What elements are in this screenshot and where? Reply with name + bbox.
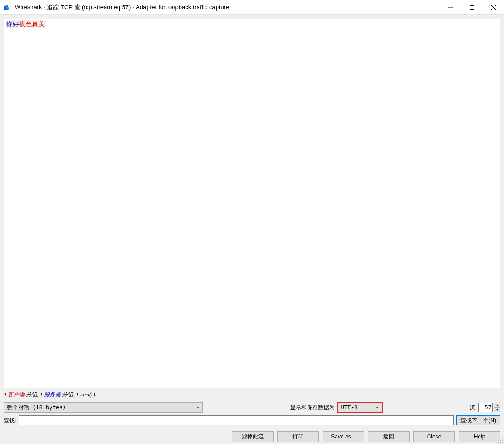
conversation-select-value: 整个对话 (18 bytes): [7, 404, 66, 412]
minimize-button[interactable]: [440, 0, 461, 15]
svg-point-5: [500, 440, 501, 441]
print-button[interactable]: 打印: [277, 431, 319, 442]
window-title: Wireshark · 追踪 TCP 流 (tcp.stream eq 57) …: [15, 3, 229, 12]
svg-point-8: [500, 442, 501, 443]
options-row: 整个对话 (18 bytes) 显示和保存数据为 UTF-8 流 ▲ ▼: [4, 402, 500, 413]
stream-number-label: 流: [470, 404, 475, 412]
stream-content-textarea[interactable]: 你好夜色真美: [4, 18, 500, 388]
conversation-select[interactable]: 整个对话 (18 bytes): [4, 402, 203, 413]
svg-point-6: [502, 440, 503, 441]
svg-point-4: [502, 438, 503, 439]
search-row: 查找: 查找下一个(N): [4, 415, 500, 426]
resize-grip-icon[interactable]: [498, 438, 503, 443]
client-payload-text: 你好: [6, 20, 19, 28]
stream-number-down[interactable]: ▼: [494, 407, 500, 412]
svg-rect-1: [470, 6, 474, 10]
help-button[interactable]: Help: [459, 431, 500, 442]
server-payload-text: 夜色真美: [19, 20, 45, 28]
close-dialog-button[interactable]: Close: [413, 431, 455, 442]
maximize-button[interactable]: [461, 0, 483, 15]
back-button[interactable]: 返回: [368, 431, 410, 442]
filter-out-stream-button[interactable]: 滤掉此流: [232, 431, 274, 442]
stream-number-input[interactable]: [478, 403, 493, 412]
dialog-body: 你好夜色真美 1 客户端 分组, 1 服务器 分组, 1 turn(s). 整个…: [0, 15, 504, 429]
packet-count-status: 1 客户端 分组, 1 服务器 分组, 1 turn(s).: [4, 390, 500, 400]
search-input[interactable]: [19, 415, 454, 426]
stream-number-up[interactable]: ▲: [494, 403, 500, 407]
encoding-select[interactable]: UTF-8: [337, 402, 383, 413]
find-next-button[interactable]: 查找下一个(N): [456, 415, 500, 426]
window-titlebar: Wireshark · 追踪 TCP 流 (tcp.stream eq 57) …: [0, 0, 504, 15]
save-as-button[interactable]: Save as...: [323, 431, 364, 442]
close-button[interactable]: [483, 0, 504, 15]
svg-point-7: [498, 442, 499, 443]
stream-number-spinner: ▲ ▼: [478, 403, 500, 412]
window-controls: [440, 0, 504, 15]
encoding-select-value: UTF-8: [341, 404, 358, 411]
dialog-button-bar: 滤掉此流 打印 Save as... 返回 Close Help: [0, 429, 504, 444]
svg-point-9: [502, 442, 503, 443]
encoding-label: 显示和保存数据为: [290, 404, 335, 412]
search-label: 查找:: [4, 417, 16, 425]
wireshark-icon: [4, 4, 11, 11]
